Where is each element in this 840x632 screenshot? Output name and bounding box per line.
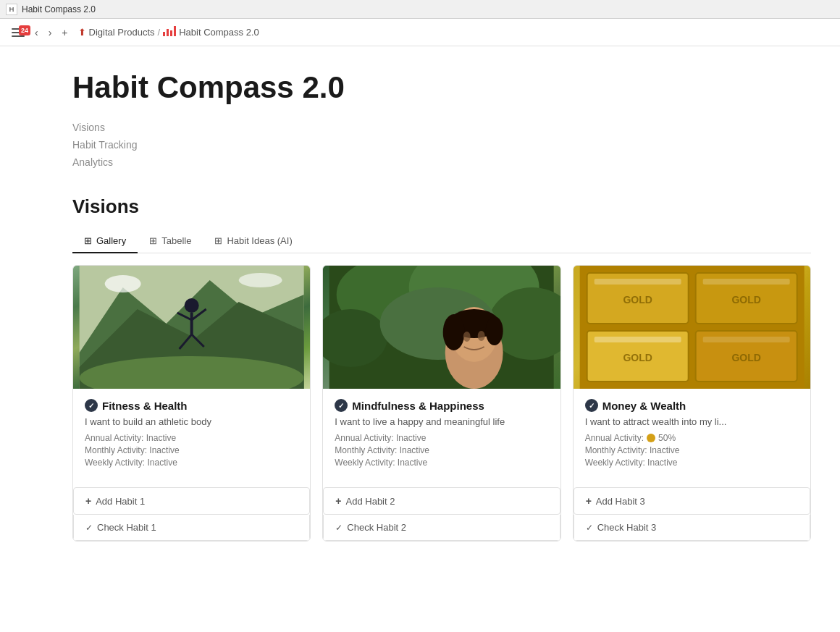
card-description-money: I want to attract wealth into my li... (585, 416, 799, 427)
back-icon: ‹ (35, 27, 38, 38)
card-title-mindfulness: Mindfulness & Happiness (352, 400, 484, 412)
card-weekly-mindfulness: Weekly Activity: Inactive (335, 458, 548, 468)
svg-rect-31 (702, 279, 789, 285)
page-title: Habit Compass 2.0 (72, 69, 811, 106)
svg-rect-32 (594, 337, 681, 342)
card-description-fitness: I want to build an athletic body (85, 416, 298, 427)
gallery-icon: ⊞ (84, 235, 92, 246)
visions-heading: Visions (72, 195, 811, 218)
svg-point-23 (463, 332, 471, 342)
svg-rect-30 (594, 279, 681, 285)
notification-badge: 24 (19, 25, 30, 35)
add-habit-3-label: Add Habit 3 (596, 496, 645, 507)
tab-tabelle[interactable]: ⊞ Tabelle (138, 229, 203, 253)
check-mark-icon-2: ✓ (335, 523, 343, 533)
card-monthly-money: Monthly Activity: Inactive (585, 445, 799, 455)
check-mark-icon-1: ✓ (85, 523, 93, 533)
check-habit-2-label: Check Habit 2 (347, 522, 406, 533)
card-title-fitness: Fitness & Health (102, 400, 188, 412)
card-image-mindfulness (323, 266, 560, 389)
svg-text:GOLD: GOLD (623, 294, 652, 306)
breadcrumb-digital-products[interactable]: ⬆ Digital Products (78, 27, 155, 38)
forward-icon: › (49, 27, 52, 38)
check-icon-fitness (85, 399, 98, 412)
menu-button[interactable]: 24 (9, 28, 28, 37)
browser-title: Habit Compass 2.0 (22, 4, 96, 14)
annual-dot-yellow (647, 434, 655, 442)
navigation-bar: 24 ‹ › + ⬆ Digital Products / Habit Comp… (0, 19, 840, 46)
check-habit-2-row[interactable]: ✓ Check Habit 2 (323, 515, 560, 541)
check-habit-1-row[interactable]: ✓ Check Habit 1 (73, 515, 310, 541)
breadcrumb: ⬆ Digital Products / Habit Compass 2.0 (78, 26, 259, 38)
toc-link-habit-tracking[interactable]: Habit Tracking (72, 138, 811, 152)
card-description-mindfulness: I want to live a happy and meaningful li… (335, 416, 548, 427)
svg-point-21 (443, 314, 465, 350)
tab-habit-ideas[interactable]: ⊞ Habit Ideas (AI) (203, 229, 303, 253)
card-body-mindfulness: Mindfulness & Happiness I want to live a… (323, 389, 560, 481)
table-icon-tabelle: ⊞ (149, 235, 157, 246)
browser-titlebar: H Habit Compass 2.0 (0, 0, 840, 19)
tab-gallery[interactable]: ⊞ Gallery (72, 229, 138, 253)
gallery-grid: Fitness & Health I want to build an athl… (72, 265, 811, 542)
card-weekly-fitness: Weekly Activity: Inactive (85, 458, 298, 468)
card-image-money: GOLD GOLD GOLD GOLD (574, 266, 810, 389)
svg-point-4 (185, 298, 199, 313)
svg-text:GOLD: GOLD (623, 352, 652, 363)
card-mindfulness: Mindfulness & Happiness I want to live a… (322, 265, 560, 542)
toc-link-analytics[interactable]: Analytics (72, 155, 811, 169)
card-money-wealth: GOLD GOLD GOLD GOLD Money & Wealth I wan… (573, 265, 811, 542)
card-weekly-money: Weekly Activity: Inactive (585, 458, 799, 468)
card-annual-fitness: Annual Activity: Inactive (85, 433, 298, 443)
check-icon-money (585, 399, 598, 412)
check-mark-icon-3: ✓ (586, 523, 593, 533)
breadcrumb-habit-compass[interactable]: Habit Compass 2.0 (163, 26, 259, 38)
svg-point-10 (105, 275, 141, 292)
card-annual-money: Annual Activity: 50% (585, 433, 799, 443)
add-habit-2-label: Add Habit 2 (346, 496, 395, 507)
add-habit-3-button[interactable]: + Add Habit 3 (574, 487, 810, 515)
breadcrumb-separator: / (158, 27, 161, 38)
main-content: Habit Compass 2.0 Visions Habit Tracking… (0, 46, 840, 565)
check-icon-mindfulness (335, 399, 348, 412)
visions-tabs: ⊞ Gallery ⊞ Tabelle ⊞ Habit Ideas (AI) (72, 229, 811, 253)
card-image-fitness (73, 266, 310, 389)
mindfulness-image-svg (323, 266, 560, 389)
svg-point-24 (478, 331, 485, 341)
plus-icon-2: + (335, 495, 341, 507)
plus-icon-3: + (586, 495, 592, 507)
fitness-image-svg (73, 266, 310, 389)
check-habit-3-row[interactable]: ✓ Check Habit 3 (574, 515, 810, 541)
upload-icon: ⬆ (78, 27, 86, 38)
card-body-fitness: Fitness & Health I want to build an athl… (73, 389, 310, 481)
add-habit-1-label: Add Habit 1 (96, 496, 145, 507)
card-monthly-mindfulness: Monthly Activity: Inactive (335, 445, 548, 455)
visions-section: Visions ⊞ Gallery ⊞ Tabelle ⊞ Habit Idea… (72, 195, 811, 542)
svg-text:GOLD: GOLD (731, 294, 760, 306)
add-habit-1-button[interactable]: + Add Habit 1 (73, 487, 310, 515)
card-fitness-health: Fitness & Health I want to build an athl… (72, 265, 311, 542)
breadcrumb-item-label: Digital Products (89, 27, 155, 38)
check-habit-3-label: Check Habit 3 (597, 522, 657, 533)
table-of-contents: Visions Habit Tracking Analytics (72, 120, 811, 169)
back-button[interactable]: ‹ (32, 25, 41, 40)
plus-icon-1: + (85, 495, 91, 507)
toc-link-visions[interactable]: Visions (72, 120, 811, 135)
svg-point-22 (486, 316, 503, 345)
favicon-icon: H (6, 4, 17, 15)
breadcrumb-page-label: Habit Compass 2.0 (179, 27, 259, 38)
card-title-money: Money & Wealth (602, 400, 686, 412)
plus-icon: + (62, 27, 67, 38)
svg-rect-33 (702, 337, 789, 342)
add-habit-2-button[interactable]: + Add Habit 2 (323, 487, 560, 515)
svg-point-11 (239, 273, 282, 287)
add-button[interactable]: + (59, 25, 70, 40)
table-icon-habit-ideas: ⊞ (214, 235, 222, 246)
svg-text:GOLD: GOLD (731, 352, 760, 363)
bar-chart-icon (163, 26, 176, 38)
card-body-money: Money & Wealth I want to attract wealth … (574, 389, 810, 481)
card-annual-mindfulness: Annual Activity: Inactive (335, 433, 548, 443)
check-habit-1-label: Check Habit 1 (97, 522, 156, 533)
forward-button[interactable]: › (46, 25, 55, 40)
money-image-svg: GOLD GOLD GOLD GOLD (574, 266, 810, 389)
card-monthly-fitness: Monthly Activity: Inactive (85, 445, 298, 455)
